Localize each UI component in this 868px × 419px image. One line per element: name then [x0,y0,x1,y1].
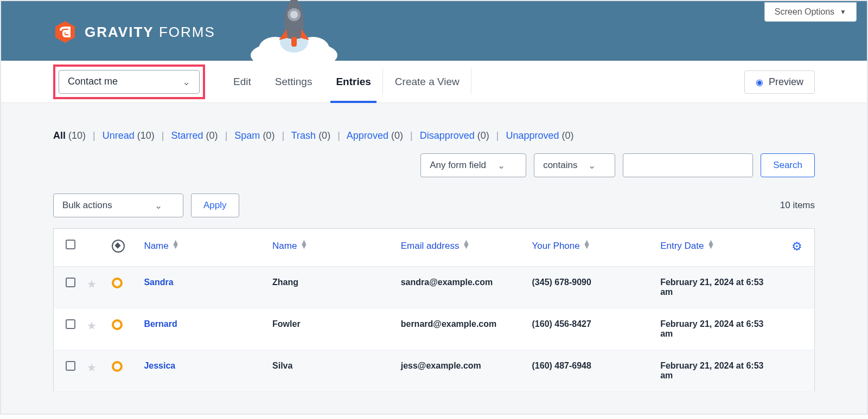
table-row: ★ Sandra Zhang sandra@example.com (345) … [54,267,815,308]
form-select-value: Contact me [68,76,118,87]
entry-first-name[interactable]: Bernard [144,319,177,328]
sort-icon: ▲▼ [300,240,308,248]
filter-approved[interactable]: Approved (0) [347,130,403,141]
entry-date: February 21, 2024 at 6:53 am [660,278,763,296]
eye-icon: ◉ [756,77,763,87]
form-select-highlight: Contact me ⌄ [53,65,205,99]
content-area: All (10) | Unread (10) | Starred (0) | S… [1,103,867,414]
chevron-down-icon: ⌄ [182,76,190,88]
sort-icon: ▲▼ [462,240,470,248]
tab-bar: Contact me ⌄ Edit Settings Entries Creat… [1,61,867,103]
entry-phone: (160) 487-6948 [532,361,591,370]
entry-email: sandra@example.com [401,278,493,287]
entry-phone: (160) 456-8427 [532,319,591,328]
filter-starred[interactable]: Starred (0) [171,130,218,141]
column-name-last[interactable]: Name▲▼ [267,229,395,267]
status-circle-icon[interactable] [112,361,123,372]
chevron-down-icon: ⌄ [497,160,505,171]
row-checkbox[interactable] [66,319,75,329]
tab-create-view[interactable]: Create a View [383,61,471,102]
entry-email: bernard@example.com [401,319,497,328]
gravity-logo-icon [53,20,77,44]
sort-icon: ▲▼ [707,240,714,248]
chevron-down-icon: ⌄ [588,160,596,171]
form-select[interactable]: Contact me ⌄ [59,70,200,94]
bulk-actions-select[interactable]: Bulk actions⌄ [53,194,183,217]
entry-date: February 21, 2024 at 6:53 am [660,361,763,380]
star-icon[interactable]: ★ [87,278,97,290]
filter-disapproved[interactable]: Disapproved (0) [420,130,489,141]
tab-settings[interactable]: Settings [263,61,324,102]
svg-rect-7 [291,37,297,47]
entry-email: jess@example.com [401,361,481,370]
svg-point-4 [280,31,308,53]
items-count: 10 items [780,200,815,211]
search-operator-select[interactable]: contains⌄ [534,153,615,177]
gear-icon[interactable]: ⚙ [792,240,802,253]
rocket-illustration [245,0,343,66]
filter-all[interactable]: All (10) [53,130,86,141]
screen-options-button[interactable]: Screen Options ▼ [764,2,857,22]
entry-date: February 21, 2024 at 6:53 am [660,319,763,338]
tab-edit[interactable]: Edit [221,61,263,102]
entry-first-name[interactable]: Jessica [144,361,175,370]
logo-text: GRAVITY FORMS [85,24,215,41]
table-row: ★ Jessica Silva jess@example.com (160) 4… [54,350,815,392]
banner-header: GRAVITY FORMS Screen Options ▼ [1,1,867,61]
column-date[interactable]: Entry Date▲▼ [655,229,783,267]
filter-spam[interactable]: Spam (0) [234,130,275,141]
tab-entries[interactable]: Entries [324,61,382,102]
filter-trash[interactable]: Trash (0) [291,130,330,141]
search-button[interactable]: Search [761,153,815,177]
status-circle-icon[interactable] [112,319,123,330]
apply-button[interactable]: Apply [191,194,239,217]
row-checkbox[interactable] [66,361,75,371]
column-phone[interactable]: Your Phone▲▼ [527,229,655,267]
svg-point-6 [290,11,298,18]
column-name-first[interactable]: Name▲▼ [138,229,267,267]
search-input[interactable] [623,153,753,177]
chevron-down-icon: ▼ [840,8,846,16]
sort-icon: ▲▼ [172,240,180,248]
status-circle-icon[interactable] [112,278,123,288]
svg-point-5 [288,8,301,21]
entry-last-name: Fowler [272,319,301,328]
sort-icon: ▲▼ [583,240,591,248]
search-field-select[interactable]: Any form field⌄ [420,153,526,177]
chevron-down-icon: ⌄ [155,200,162,211]
row-checkbox[interactable] [66,278,75,287]
entry-phone: (345) 678-9090 [532,278,591,287]
entry-last-name: Zhang [272,278,298,287]
star-icon[interactable]: ★ [87,362,97,373]
column-email[interactable]: Email address▲▼ [395,229,527,267]
svg-point-2 [259,37,291,61]
logo: GRAVITY FORMS [53,20,215,44]
preview-button[interactable]: ◉ Preview [744,70,815,94]
filter-unread[interactable]: Unread (10) [103,130,155,141]
bulk-actions-row: Bulk actions⌄ Apply 10 items [53,194,815,217]
entry-filters: All (10) | Unread (10) | Starred (0) | S… [53,130,815,141]
table-row: ★ Bernard Fowler bernard@example.com (16… [54,308,815,350]
filter-unapproved[interactable]: Unapproved (0) [506,130,573,141]
compass-icon[interactable] [112,240,125,253]
entry-first-name[interactable]: Sandra [144,278,173,287]
screen-options-label: Screen Options [775,7,834,17]
select-all-checkbox[interactable] [66,240,75,249]
star-icon[interactable]: ★ [87,320,97,332]
entries-table: Name▲▼ Name▲▼ Email address▲▼ Your Phone… [53,228,815,392]
search-row: Any form field⌄ contains⌄ Search [53,153,815,177]
entry-last-name: Silva [272,361,292,370]
preview-label: Preview [769,76,803,88]
svg-point-3 [297,37,329,61]
